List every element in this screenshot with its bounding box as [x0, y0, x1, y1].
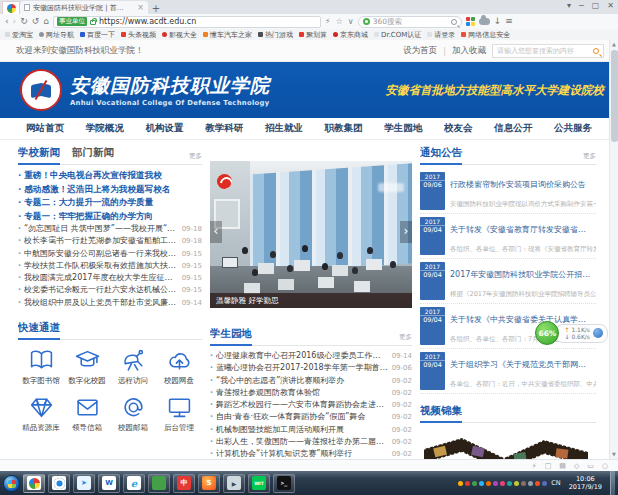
- maximize-button[interactable]: ▢: [592, 1, 600, 10]
- news-headline[interactable]: 专题二：大力提升一流的办学质量: [18, 196, 202, 210]
- network-speed-widget[interactable]: 66% ↑ 1.1K/s ↓ 0.6K/s: [535, 321, 608, 345]
- student-list-item[interactable]: 心理健康教育中心召开2016级心理委员工作例…09-14: [210, 350, 412, 362]
- student-list-item[interactable]: 青莲报社参观国防教育体验馆09-02: [210, 387, 412, 399]
- news-carousel[interactable]: ‹ › 温馨静雅 好学勤思: [210, 161, 412, 308]
- memory-percent-ball[interactable]: 66%: [535, 321, 559, 345]
- taskbar-app-ie[interactable]: e: [123, 474, 145, 493]
- nav-item-home[interactable]: 网站首页: [26, 122, 64, 135]
- refresh-icon[interactable]: ↻: [20, 17, 28, 26]
- tab-title[interactable]: 安徽国防科技职业学院 | 首…: [33, 3, 134, 13]
- news-list-item[interactable]: 校党委书记余毅元一行赴六安永达机械公司洽谈…09-15: [18, 284, 202, 296]
- split-screen-icon[interactable]: ▭: [587, 462, 594, 470]
- quick-link-digital-library[interactable]: 数字图书馆: [18, 348, 64, 386]
- carousel-next-button[interactable]: ›: [400, 221, 412, 243]
- site-search-input[interactable]: [497, 47, 590, 55]
- address-bar[interactable]: 事业单位 https://www.acdt.edu.cn: [53, 16, 321, 28]
- download-icon[interactable]: ↓: [494, 17, 502, 26]
- language-indicator[interactable]: CN: [551, 479, 560, 487]
- taskbar-app-sogou[interactable]: S: [198, 474, 220, 493]
- bookmark-item[interactable]: 聚划算: [299, 30, 327, 40]
- news-list-item[interactable]: “勿忘国耻日 共筑中国梦”——我校开展“九…09-18: [18, 223, 202, 235]
- browser-tab[interactable]: 安徽国防科技职业学院 | 首… ×: [20, 1, 148, 14]
- student-list-item[interactable]: 机械制图暨技能加工周活动顺利开展09-02: [210, 424, 412, 436]
- bookmark-item[interactable]: 懂车汽车之家: [203, 30, 252, 40]
- bookmark-item[interactable]: 网址导航: [39, 30, 74, 40]
- tab-dept-news[interactable]: 部门新闻: [72, 146, 114, 165]
- nav-item-vocational-group[interactable]: 职教集团: [325, 122, 363, 135]
- dropdown-chevron-icon[interactable]: ∨: [348, 17, 354, 26]
- nav-item-overview[interactable]: 学院概况: [86, 122, 124, 135]
- notice-item[interactable]: 201709/04 关于组织学习《关于规范党员干部网…各单位、各部门：近日，中共…: [420, 349, 596, 394]
- notice-item[interactable]: 201709/06 行政楼窗帘制作安装项目询价采购公告安徽国防科技职业学院现以询…: [420, 169, 596, 214]
- student-list-item[interactable]: 自由·青春·狂欢—体育舞蹈协会“假面”舞会09-02: [210, 411, 412, 423]
- news-headline[interactable]: 专题一：牢牢把握正确的办学方向: [18, 210, 202, 224]
- student-title[interactable]: 学生园地: [210, 327, 252, 346]
- clipboard-icon[interactable]: ▤: [559, 462, 566, 470]
- forward-icon[interactable]: ›: [13, 17, 17, 26]
- news-list-item[interactable]: 中航国际安徽分公司副总诸春一行来我校勘察交…09-15: [18, 248, 202, 260]
- tray-icons[interactable]: [458, 481, 463, 486]
- quick-link-digital-campus[interactable]: 数字化校园: [64, 348, 110, 386]
- nav-item-admissions[interactable]: 招生就业: [265, 122, 303, 135]
- notice-item[interactable]: 201709/04 2017年安徽国防科技职业学院公开招…根据《2017年安徽国…: [420, 259, 596, 304]
- notices-title[interactable]: 通知公告: [420, 146, 462, 165]
- news-more-link[interactable]: 更多: [189, 152, 202, 164]
- restore-window-icon[interactable]: □: [545, 462, 552, 470]
- taskbar-app-wit[interactable]: WIT: [248, 474, 270, 493]
- close-button[interactable]: ✕: [607, 1, 614, 10]
- taskbar-app-terminal[interactable]: >_: [273, 474, 295, 493]
- bookmark-item[interactable]: 京东商城: [333, 30, 368, 40]
- new-tab-button[interactable]: +: [148, 3, 164, 14]
- news-list-item[interactable]: 我校圆满完成2017年度在校大学生应征入伍工作09-15: [18, 272, 202, 284]
- speed-mode-icon[interactable]: ⚡: [325, 17, 331, 26]
- nav-item-disclosure[interactable]: 信息公开: [494, 122, 532, 135]
- nav-item-teaching[interactable]: 教学科研: [205, 122, 243, 135]
- back-icon[interactable]: ‹: [5, 17, 9, 26]
- bookmark-item[interactable]: 热门游戏: [258, 30, 293, 40]
- site-search[interactable]: [492, 44, 604, 58]
- site-search-icon[interactable]: [593, 48, 599, 54]
- boost-icon[interactable]: ⚡: [532, 462, 537, 470]
- nav-item-students[interactable]: 学生园地: [384, 122, 422, 135]
- home-icon[interactable]: ⌂: [43, 17, 49, 26]
- taskbar-app-wps[interactable]: W: [98, 474, 120, 493]
- quick-link-campus-drive[interactable]: 校园网盘: [156, 348, 202, 386]
- taskbar-app-videoplayer[interactable]: ▶: [223, 474, 245, 493]
- zoom-icon[interactable]: ○: [602, 462, 608, 470]
- bookmark-item[interactable]: Dr.COM认证: [374, 30, 421, 40]
- film-strip-image[interactable]: [420, 431, 592, 459]
- start-button[interactable]: [3, 475, 20, 492]
- carousel-prev-button[interactable]: ‹: [210, 221, 222, 243]
- add-favorite-link[interactable]: 加入收藏: [452, 45, 486, 57]
- rocket-boost-icon[interactable]: [593, 328, 603, 338]
- restore-session-icon[interactable]: ↺: [32, 17, 40, 26]
- taskbar-clock[interactable]: 10:06 2017/9/19: [565, 475, 606, 491]
- apps-grid-icon[interactable]: [466, 17, 475, 26]
- news-headline[interactable]: 重磅！中央电视台再次宣传报道我校: [18, 169, 202, 183]
- vertical-scrollbar[interactable]: ▲ ▼: [609, 40, 618, 459]
- nav-item-orgs[interactable]: 机构设置: [145, 122, 183, 135]
- bookmark-item[interactable]: 网络信息安全: [461, 30, 510, 40]
- news-list-item[interactable]: 学校扶贫工作队积极采取有效措施加大扶贫宣传…09-15: [18, 260, 202, 272]
- taskbar-app-green-tool[interactable]: [148, 474, 170, 493]
- notice-item[interactable]: 201709/04 关于转发《安徽省教育厅转发安徽省…各组织、各单位、各部门：现…: [420, 214, 596, 259]
- quick-link-resource-bank[interactable]: 精品资源库: [18, 395, 64, 433]
- student-list-item[interactable]: 蓝曦心理协会召开2017-2018学年第一学期首次…09-06: [210, 362, 412, 374]
- menu-icon[interactable]: ≡: [505, 17, 513, 26]
- cloud-sync-icon[interactable]: [479, 18, 490, 25]
- bookmark-item[interactable]: 影视大全: [162, 30, 197, 40]
- show-desktop-button[interactable]: [610, 471, 615, 495]
- favorite-star-icon[interactable]: ☆: [336, 17, 343, 26]
- browser-search-box[interactable]: 360搜索: [358, 16, 462, 28]
- set-homepage-link[interactable]: 设为首页: [403, 45, 437, 57]
- quick-link-admin-backend[interactable]: 后台管理: [156, 395, 202, 433]
- student-list-item[interactable]: 舞蹈艺术校园行——六安市体育舞蹈协会走进…09-02: [210, 399, 412, 411]
- student-list-item[interactable]: 出彩人生，笑傲国防——青莲报社举办第二届…09-02: [210, 436, 412, 448]
- taskbar-app-thunder[interactable]: ➤: [73, 474, 95, 493]
- student-list-item[interactable]: “我心中的志愿者”演讲比赛顺利举办09-02: [210, 375, 412, 387]
- tab-close-icon[interactable]: ×: [137, 3, 144, 12]
- scroll-down-icon[interactable]: ▼: [612, 450, 616, 458]
- news-list-item[interactable]: 我校组织中层及以上党员干部赴市党风廉政教育…09-14: [18, 297, 202, 309]
- search-magnifier-icon[interactable]: [451, 19, 457, 25]
- taskbar-app-dictionary[interactable]: 中: [173, 474, 195, 493]
